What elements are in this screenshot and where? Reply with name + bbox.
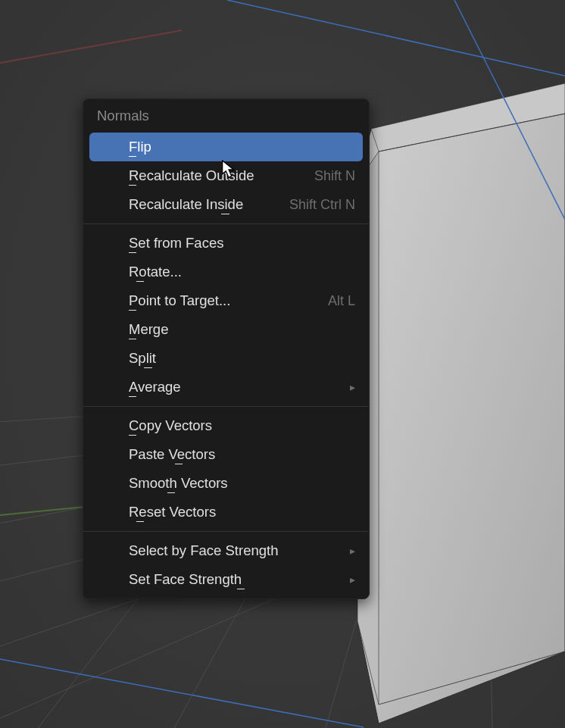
- menu-item-label: Copy Vectors: [129, 417, 212, 434]
- menu-item-copy-vectors[interactable]: Copy Vectors: [83, 411, 369, 440]
- menu-item-set-face-strength[interactable]: Set Face Strength▸: [83, 565, 369, 594]
- menu-item-smooth-vectors[interactable]: Smooth Vectors: [83, 469, 369, 498]
- menu-item-flip[interactable]: Flip: [89, 133, 363, 161]
- menu-item-label: Merge: [129, 321, 168, 338]
- menu-item-shortcut: Alt L: [328, 293, 355, 309]
- menu-item-label: Point to Target...: [129, 292, 230, 309]
- menu-item-label: Recalculate Outside: [129, 167, 254, 184]
- menu-item-label: Split: [129, 350, 156, 367]
- menu-separator: [83, 223, 369, 224]
- menu-item-label: Recalculate Inside: [129, 196, 243, 213]
- menu-title: Normals: [83, 99, 369, 133]
- menu-item-merge[interactable]: Merge: [83, 315, 369, 344]
- menu-item-split[interactable]: Split: [83, 344, 369, 373]
- menu-item-set-from-faces[interactable]: Set from Faces: [83, 229, 369, 258]
- viewport-3d[interactable]: Normals FlipRecalculate OutsideShift NRe…: [0, 0, 565, 728]
- menu-separator: [83, 531, 369, 532]
- menu-item-shortcut: Shift N: [314, 168, 355, 184]
- menu-item-label: Flip: [129, 139, 151, 155]
- menu-item-rotate[interactable]: Rotate...: [83, 258, 369, 286]
- menu-item-label: Set from Faces: [129, 235, 223, 252]
- submenu-arrow-icon: ▸: [350, 545, 355, 557]
- menu-item-label: Reset Vectors: [129, 504, 216, 520]
- menu-item-shortcut: Shift Ctrl N: [289, 197, 355, 213]
- menu-item-label: Set Face Strength: [129, 571, 242, 588]
- menu-item-average[interactable]: Average▸: [83, 373, 369, 401]
- svg-marker-13: [357, 83, 565, 723]
- menu-item-reset-vectors[interactable]: Reset Vectors: [83, 498, 369, 526]
- menu-item-label: Select by Face Strength: [129, 542, 278, 559]
- normals-context-menu[interactable]: Normals FlipRecalculate OutsideShift NRe…: [83, 98, 370, 599]
- submenu-arrow-icon: ▸: [350, 381, 355, 393]
- menu-item-select-by-face-strength[interactable]: Select by Face Strength▸: [83, 536, 369, 565]
- menu-item-label: Smooth Vectors: [129, 475, 228, 492]
- menu-item-label: Paste Vectors: [129, 446, 215, 463]
- mesh-object: [357, 83, 565, 723]
- menu-item-point-to-target[interactable]: Point to Target...Alt L: [83, 286, 369, 315]
- menu-item-label: Rotate...: [129, 264, 182, 280]
- menu-separator: [83, 406, 369, 407]
- menu-item-label: Average: [129, 379, 181, 395]
- menu-item-paste-vectors[interactable]: Paste Vectors: [83, 440, 369, 469]
- menu-item-recalculate-outside[interactable]: Recalculate OutsideShift N: [83, 161, 369, 190]
- submenu-arrow-icon: ▸: [350, 573, 355, 586]
- menu-item-recalculate-inside[interactable]: Recalculate InsideShift Ctrl N: [83, 190, 369, 219]
